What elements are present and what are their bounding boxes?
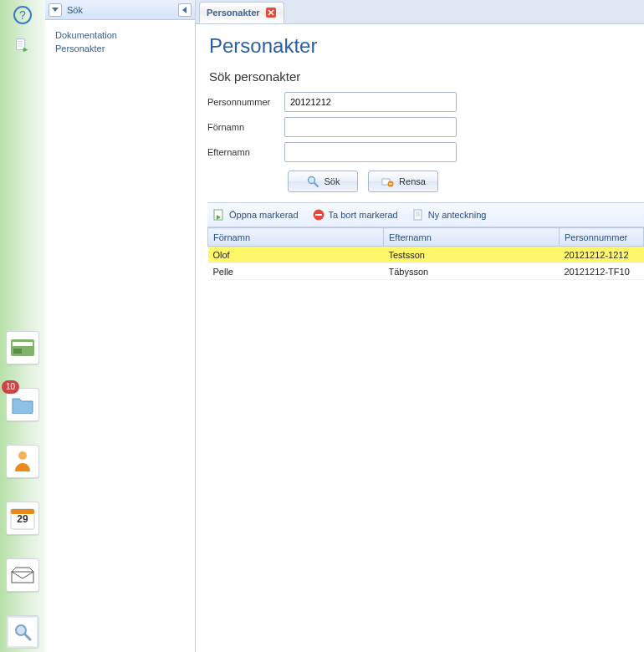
- sidebar-collapse-toggle[interactable]: [178, 3, 192, 17]
- open-icon: [212, 208, 226, 222]
- clear-icon: [381, 175, 394, 188]
- badge-count: 10: [2, 380, 19, 394]
- table-row[interactable]: OlofTestsson20121212-1212: [208, 247, 644, 263]
- rail-tile-search[interactable]: [6, 615, 39, 649]
- magnifier-icon: [306, 175, 319, 188]
- label-personnummer: Personnummer: [207, 97, 284, 107]
- help-icon[interactable]: ?: [13, 5, 33, 25]
- label-efternamn: Efternamn: [207, 147, 284, 157]
- sidebar-title: Sök: [67, 5, 178, 15]
- svg-line-17: [314, 183, 318, 186]
- search-form: Personnummer Förnamn Efternamn: [207, 92, 644, 192]
- sidebar-item-dokumentation[interactable]: Dokumentation: [55, 28, 185, 42]
- sidebar-header: Sök: [45, 0, 195, 20]
- tab-title: Personakter: [207, 8, 260, 18]
- delete-selected-button[interactable]: Ta bort markerad: [312, 208, 398, 222]
- content: Personakter Sök personakter Personnummer…: [196, 23, 644, 652]
- note-icon: [411, 208, 425, 222]
- rail-bottom-group: 10 29: [0, 331, 45, 649]
- cell-personnummer: 20121212-1212: [560, 247, 644, 263]
- open-selected-button[interactable]: Öppna markerad: [212, 208, 299, 222]
- tab-personakter[interactable]: Personakter: [199, 2, 284, 23]
- app-root: ? 10 29: [0, 0, 644, 652]
- svg-rect-20: [389, 183, 391, 184]
- input-personnummer[interactable]: [284, 92, 457, 112]
- results-toolbar: Öppna markerad Ta bort markerad Ny antec…: [207, 202, 644, 227]
- th-fornamn[interactable]: Förnamn: [208, 228, 384, 247]
- rail-tile-calendar[interactable]: 29: [6, 502, 39, 535]
- nav-rail: ? 10 29: [0, 0, 45, 652]
- clear-button-label: Rensa: [399, 176, 426, 186]
- cell-personnummer: 20121212-TF10: [560, 263, 644, 280]
- calendar-day: 29: [7, 513, 38, 525]
- sidebar: Sök Dokumentation Personakter: [45, 0, 196, 652]
- delete-selected-label: Ta bort markerad: [329, 210, 398, 220]
- chevron-left-icon: [181, 7, 188, 13]
- input-fornamn[interactable]: [284, 117, 457, 137]
- svg-line-14: [25, 634, 30, 639]
- clear-button[interactable]: Rensa: [368, 171, 438, 192]
- rail-tile-folder[interactable]: 10: [6, 388, 39, 421]
- cell-fornamn: Olof: [208, 247, 384, 263]
- svg-rect-24: [414, 210, 422, 220]
- cell-fornamn: Pelle: [208, 263, 384, 280]
- new-note-label: Ny anteckning: [428, 210, 487, 220]
- sidebar-dropdown-toggle[interactable]: [49, 3, 62, 17]
- search-button-label: Sök: [325, 176, 340, 186]
- svg-point-9: [18, 451, 27, 460]
- svg-rect-8: [13, 349, 22, 354]
- rail-tile-card[interactable]: [6, 331, 39, 364]
- page-title: Personakter: [209, 34, 644, 58]
- th-personnummer[interactable]: Personnummer: [560, 228, 644, 247]
- cell-efternamn: Täbysson: [384, 263, 560, 280]
- open-selected-label: Öppna markerad: [229, 210, 299, 220]
- new-note-button[interactable]: Ny anteckning: [411, 208, 487, 222]
- close-icon: [265, 7, 277, 18]
- chevron-down-icon: [52, 7, 59, 13]
- tab-close-button[interactable]: [265, 7, 277, 18]
- svg-text:?: ?: [19, 8, 26, 22]
- rail-tile-person[interactable]: [6, 445, 39, 478]
- page-subtitle: Sök personakter: [209, 69, 644, 84]
- results-table: Förnamn Efternamn Personnummer OlofTests…: [207, 227, 644, 280]
- sidebar-body: Dokumentation Personakter: [45, 20, 195, 64]
- sidebar-item-personakter[interactable]: Personakter: [55, 42, 185, 55]
- rail-tile-inbox[interactable]: [6, 558, 39, 592]
- cell-efternamn: Testsson: [384, 247, 560, 263]
- input-efternamn[interactable]: [284, 142, 457, 162]
- main: Personakter Personakter Sök personakter …: [196, 0, 644, 652]
- tab-bar: Personakter: [196, 0, 644, 23]
- results-tbody: OlofTestsson20121212-1212PelleTäbysson20…: [208, 247, 644, 280]
- document-export-icon[interactable]: [13, 37, 33, 57]
- label-fornamn: Förnamn: [207, 122, 284, 132]
- table-row[interactable]: PelleTäbysson20121212-TF10: [208, 263, 644, 280]
- svg-rect-7: [13, 342, 33, 346]
- svg-rect-23: [315, 214, 322, 216]
- delete-icon: [312, 208, 325, 222]
- search-button[interactable]: Sök: [288, 171, 358, 192]
- th-efternamn[interactable]: Efternamn: [384, 228, 560, 247]
